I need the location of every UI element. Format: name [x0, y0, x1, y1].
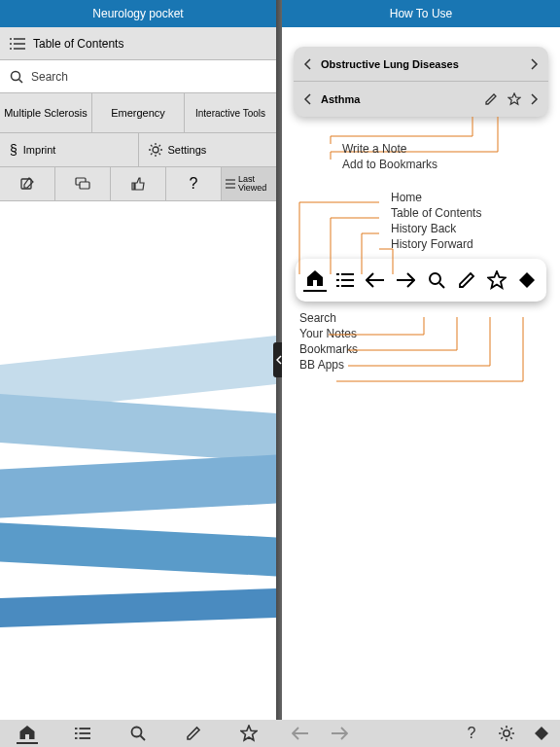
- svg-line-47: [510, 728, 512, 729]
- btn-chat[interactable]: [55, 167, 111, 200]
- compose-icon: [19, 176, 35, 192]
- svg-point-37: [131, 728, 141, 737]
- bottom-toolbar: ?: [0, 720, 560, 747]
- diamond-icon[interactable]: [531, 723, 552, 744]
- chevron-left-icon: [303, 58, 311, 70]
- callout-toc: Table of Contents: [391, 206, 548, 222]
- svg-line-30: [439, 283, 444, 288]
- list-icon: [10, 38, 25, 50]
- arrow-right-icon[interactable]: [329, 723, 350, 744]
- svg-rect-19: [80, 182, 89, 189]
- callout-bbapps: BB Apps: [299, 358, 548, 374]
- callout-search: Search: [299, 311, 548, 327]
- gear-icon: [149, 143, 162, 157]
- btn-imprint[interactable]: § Imprint: [0, 133, 139, 166]
- search-icon: [10, 70, 23, 84]
- callout-write-note: Write a Note: [342, 142, 548, 158]
- toc-row[interactable]: Table of Contents: [0, 27, 276, 60]
- svg-line-46: [501, 737, 503, 739]
- callout-bookmarks: Bookmarks: [299, 342, 548, 358]
- pencil-icon[interactable]: [484, 92, 498, 106]
- callout-add-bookmark: Add to Bookmarks: [342, 158, 548, 173]
- home-icon[interactable]: [17, 723, 38, 744]
- section-icon: §: [10, 142, 18, 158]
- svg-line-16: [158, 145, 160, 147]
- chevron-left-icon: [303, 93, 311, 105]
- chevron-right-icon: [531, 58, 539, 70]
- svg-line-38: [140, 736, 145, 741]
- svg-point-6: [12, 71, 20, 80]
- list-icon[interactable]: [72, 723, 93, 744]
- toolbar-example: [296, 259, 546, 302]
- nav-parent-label: Obstructive Lung Diseases: [321, 58, 531, 70]
- toc-label: Table of Contents: [33, 37, 123, 51]
- btn-compose[interactable]: [0, 167, 55, 200]
- chat-icon: [75, 177, 90, 191]
- nav-parent-row[interactable]: Obstructive Lung Diseases: [294, 47, 548, 82]
- chevron-right-icon: [531, 93, 539, 105]
- svg-line-13: [151, 145, 153, 147]
- btn-multiple-sclerosis[interactable]: Multiple Sclerosis: [0, 93, 92, 132]
- question-icon: ?: [190, 175, 198, 193]
- btn-last-viewed[interactable]: Last Viewed: [222, 167, 276, 200]
- btn-help[interactable]: ?: [166, 167, 222, 200]
- right-pane: How To Use Obstructive Lung Diseases Ast…: [282, 0, 560, 720]
- callout-notes: Your Notes: [299, 327, 548, 342]
- arrow-left-icon[interactable]: [364, 268, 387, 292]
- left-pane: Neurology pocket Table of Contents Searc…: [0, 0, 276, 720]
- svg-point-39: [504, 730, 509, 736]
- right-header: How To Use: [282, 0, 560, 27]
- thumbs-up-icon: [130, 176, 146, 192]
- btn-like[interactable]: [111, 167, 166, 200]
- nav-current-label: Asthma: [321, 93, 484, 105]
- nav-current-row[interactable]: Asthma: [294, 82, 548, 117]
- svg-line-44: [501, 728, 503, 729]
- svg-point-29: [430, 273, 440, 284]
- pencil-icon[interactable]: [455, 268, 478, 292]
- svg-line-14: [158, 154, 160, 156]
- pencil-icon[interactable]: [183, 723, 204, 744]
- star-icon[interactable]: [238, 723, 260, 744]
- callout-forward: History Forward: [391, 237, 548, 253]
- callout-home: Home: [391, 191, 548, 206]
- diamond-icon[interactable]: [515, 268, 539, 292]
- arrow-right-icon[interactable]: [394, 268, 417, 292]
- search-icon[interactable]: [425, 268, 448, 292]
- background-bands: [0, 292, 276, 720]
- list-icon: [226, 179, 235, 189]
- callout-back: History Back: [391, 222, 548, 237]
- search-icon[interactable]: [127, 723, 149, 744]
- svg-line-45: [510, 737, 512, 739]
- home-icon[interactable]: [303, 268, 327, 292]
- gear-icon[interactable]: [496, 723, 517, 744]
- list-icon[interactable]: [333, 268, 357, 292]
- star-icon[interactable]: [485, 268, 508, 292]
- star-icon[interactable]: [508, 92, 521, 106]
- search-row[interactable]: Search: [0, 60, 276, 93]
- question-icon[interactable]: ?: [461, 723, 482, 744]
- btn-interactive-tools[interactable]: Interactive Tools: [185, 93, 276, 132]
- btn-settings[interactable]: Settings: [139, 133, 277, 166]
- left-header: Neurology pocket: [0, 0, 276, 27]
- nav-example-box: Obstructive Lung Diseases Asthma: [294, 47, 548, 117]
- svg-line-7: [19, 79, 23, 83]
- svg-line-15: [151, 154, 153, 156]
- btn-emergency[interactable]: Emergency: [92, 93, 185, 132]
- arrow-left-icon[interactable]: [290, 723, 311, 744]
- search-label: Search: [31, 70, 68, 84]
- svg-point-8: [153, 147, 158, 153]
